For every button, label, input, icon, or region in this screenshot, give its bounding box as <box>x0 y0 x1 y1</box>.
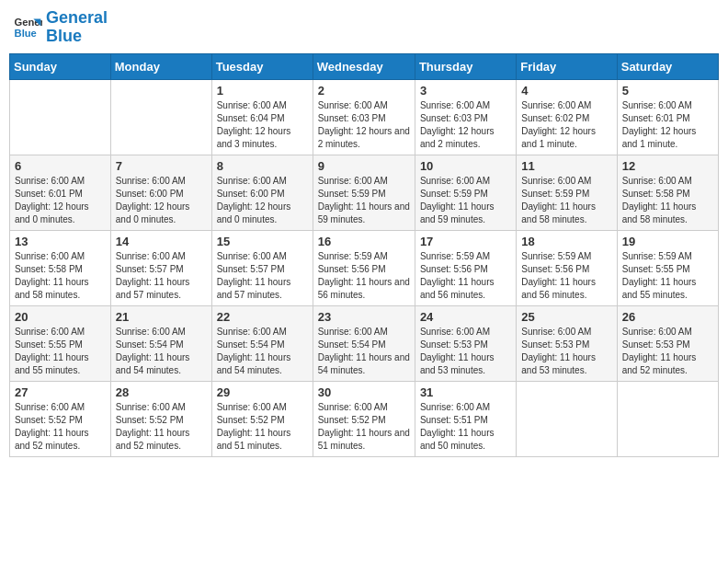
day-info: Sunrise: 6:00 AM Sunset: 5:52 PM Dayligh… <box>217 401 308 453</box>
day-number: 1 <box>217 84 308 98</box>
day-number: 25 <box>521 310 611 324</box>
day-number: 4 <box>521 84 611 98</box>
day-number: 8 <box>217 159 308 173</box>
day-info: Sunrise: 6:00 AM Sunset: 5:57 PM Dayligh… <box>217 250 308 302</box>
day-number: 20 <box>15 310 106 324</box>
calendar-cell: 12Sunrise: 6:00 AM Sunset: 5:58 PM Dayli… <box>617 155 718 230</box>
day-info: Sunrise: 6:00 AM Sunset: 6:00 PM Dayligh… <box>116 175 207 226</box>
day-info: Sunrise: 6:00 AM Sunset: 5:51 PM Dayligh… <box>420 401 511 453</box>
day-info: Sunrise: 6:00 AM Sunset: 6:03 PM Dayligh… <box>420 99 511 151</box>
day-info: Sunrise: 6:00 AM Sunset: 5:54 PM Dayligh… <box>116 326 207 377</box>
weekday-header: Tuesday <box>211 53 313 79</box>
day-info: Sunrise: 6:00 AM Sunset: 5:53 PM Dayligh… <box>521 326 611 377</box>
svg-text:Blue: Blue <box>15 28 37 39</box>
day-number: 28 <box>116 385 207 399</box>
calendar-cell: 30Sunrise: 6:00 AM Sunset: 5:52 PM Dayli… <box>313 381 415 456</box>
calendar-body: 1Sunrise: 6:00 AM Sunset: 6:04 PM Daylig… <box>10 79 719 456</box>
calendar-cell: 16Sunrise: 5:59 AM Sunset: 5:56 PM Dayli… <box>313 230 415 305</box>
calendar-cell: 22Sunrise: 6:00 AM Sunset: 5:54 PM Dayli… <box>211 305 313 381</box>
day-info: Sunrise: 6:00 AM Sunset: 6:03 PM Dayligh… <box>318 99 410 151</box>
calendar-cell: 5Sunrise: 6:00 AM Sunset: 6:01 PM Daylig… <box>617 79 718 155</box>
calendar-week-row: 27Sunrise: 6:00 AM Sunset: 5:52 PM Dayli… <box>10 381 719 456</box>
day-info: Sunrise: 6:00 AM Sunset: 5:57 PM Dayligh… <box>116 250 207 302</box>
weekday-header: Wednesday <box>313 53 415 79</box>
day-number: 30 <box>318 385 410 399</box>
day-number: 23 <box>318 310 410 324</box>
calendar-cell: 17Sunrise: 5:59 AM Sunset: 5:56 PM Dayli… <box>415 230 516 305</box>
logo-icon: General Blue <box>13 13 42 42</box>
calendar-cell: 14Sunrise: 6:00 AM Sunset: 5:57 PM Dayli… <box>110 230 211 305</box>
day-number: 11 <box>521 159 611 173</box>
logo: General Blue General Blue <box>13 9 108 46</box>
calendar-week-row: 6Sunrise: 6:00 AM Sunset: 6:01 PM Daylig… <box>10 155 719 230</box>
day-info: Sunrise: 6:00 AM Sunset: 6:04 PM Dayligh… <box>217 99 308 151</box>
calendar-week-row: 13Sunrise: 6:00 AM Sunset: 5:58 PM Dayli… <box>10 230 719 305</box>
day-info: Sunrise: 6:00 AM Sunset: 6:02 PM Dayligh… <box>521 99 611 151</box>
day-number: 12 <box>622 159 713 173</box>
day-info: Sunrise: 6:00 AM Sunset: 5:59 PM Dayligh… <box>521 175 611 226</box>
day-number: 3 <box>420 84 511 98</box>
calendar-cell: 3Sunrise: 6:00 AM Sunset: 6:03 PM Daylig… <box>415 79 516 155</box>
calendar-cell <box>517 381 617 456</box>
day-number: 29 <box>217 385 308 399</box>
calendar-cell: 21Sunrise: 6:00 AM Sunset: 5:54 PM Dayli… <box>110 305 211 381</box>
day-number: 5 <box>622 84 713 98</box>
calendar-cell: 8Sunrise: 6:00 AM Sunset: 6:00 PM Daylig… <box>211 155 313 230</box>
day-info: Sunrise: 5:59 AM Sunset: 5:56 PM Dayligh… <box>420 250 511 302</box>
calendar-header: SundayMondayTuesdayWednesdayThursdayFrid… <box>10 53 719 79</box>
day-number: 6 <box>15 159 106 173</box>
day-info: Sunrise: 6:00 AM Sunset: 6:00 PM Dayligh… <box>217 175 308 226</box>
calendar-cell: 6Sunrise: 6:00 AM Sunset: 6:01 PM Daylig… <box>10 155 111 230</box>
day-number: 14 <box>116 235 207 248</box>
calendar-table: SundayMondayTuesdayWednesdayThursdayFrid… <box>9 53 719 457</box>
day-info: Sunrise: 6:00 AM Sunset: 5:53 PM Dayligh… <box>420 326 511 377</box>
calendar-cell: 10Sunrise: 6:00 AM Sunset: 5:59 PM Dayli… <box>415 155 516 230</box>
logo-text-line1: General <box>46 9 108 28</box>
day-info: Sunrise: 6:00 AM Sunset: 5:58 PM Dayligh… <box>15 250 106 302</box>
day-number: 9 <box>318 159 410 173</box>
calendar-cell: 15Sunrise: 6:00 AM Sunset: 5:57 PM Dayli… <box>211 230 313 305</box>
day-number: 18 <box>521 235 611 248</box>
calendar-week-row: 20Sunrise: 6:00 AM Sunset: 5:55 PM Dayli… <box>10 305 719 381</box>
day-info: Sunrise: 6:00 AM Sunset: 5:59 PM Dayligh… <box>318 175 410 226</box>
calendar-cell <box>110 79 211 155</box>
day-info: Sunrise: 6:00 AM Sunset: 5:54 PM Dayligh… <box>217 326 308 377</box>
calendar-cell: 20Sunrise: 6:00 AM Sunset: 5:55 PM Dayli… <box>10 305 111 381</box>
calendar-week-row: 1Sunrise: 6:00 AM Sunset: 6:04 PM Daylig… <box>10 79 719 155</box>
calendar-cell: 19Sunrise: 5:59 AM Sunset: 5:55 PM Dayli… <box>617 230 718 305</box>
calendar-cell: 25Sunrise: 6:00 AM Sunset: 5:53 PM Dayli… <box>517 305 617 381</box>
calendar-cell: 26Sunrise: 6:00 AM Sunset: 5:53 PM Dayli… <box>617 305 718 381</box>
day-info: Sunrise: 6:00 AM Sunset: 5:59 PM Dayligh… <box>420 175 511 226</box>
calendar-cell <box>10 79 111 155</box>
calendar-cell: 24Sunrise: 6:00 AM Sunset: 5:53 PM Dayli… <box>415 305 516 381</box>
day-number: 17 <box>420 235 511 248</box>
day-info: Sunrise: 6:00 AM Sunset: 5:58 PM Dayligh… <box>622 175 713 226</box>
day-number: 27 <box>15 385 106 399</box>
day-info: Sunrise: 6:00 AM Sunset: 5:54 PM Dayligh… <box>318 326 410 377</box>
header-row: SundayMondayTuesdayWednesdayThursdayFrid… <box>10 53 719 79</box>
day-info: Sunrise: 6:00 AM Sunset: 6:01 PM Dayligh… <box>15 175 106 226</box>
calendar-cell: 9Sunrise: 6:00 AM Sunset: 5:59 PM Daylig… <box>313 155 415 230</box>
calendar-cell: 1Sunrise: 6:00 AM Sunset: 6:04 PM Daylig… <box>211 79 313 155</box>
day-number: 16 <box>318 235 410 248</box>
day-number: 19 <box>622 235 713 248</box>
calendar-cell: 4Sunrise: 6:00 AM Sunset: 6:02 PM Daylig… <box>517 79 617 155</box>
calendar-cell: 23Sunrise: 6:00 AM Sunset: 5:54 PM Dayli… <box>313 305 415 381</box>
day-number: 2 <box>318 84 410 98</box>
day-number: 24 <box>420 310 511 324</box>
calendar-cell: 28Sunrise: 6:00 AM Sunset: 5:52 PM Dayli… <box>110 381 211 456</box>
weekday-header: Sunday <box>10 53 111 79</box>
day-number: 13 <box>15 235 106 248</box>
day-number: 10 <box>420 159 511 173</box>
day-info: Sunrise: 6:00 AM Sunset: 5:52 PM Dayligh… <box>318 401 410 453</box>
day-info: Sunrise: 6:00 AM Sunset: 5:52 PM Dayligh… <box>15 401 106 453</box>
logo-text-line2: Blue <box>46 28 108 46</box>
day-info: Sunrise: 5:59 AM Sunset: 5:55 PM Dayligh… <box>622 250 713 302</box>
weekday-header: Friday <box>517 53 617 79</box>
calendar-cell: 13Sunrise: 6:00 AM Sunset: 5:58 PM Dayli… <box>10 230 111 305</box>
calendar-cell <box>617 381 718 456</box>
weekday-header: Monday <box>110 53 211 79</box>
page-header: General Blue General Blue <box>9 9 719 46</box>
weekday-header: Thursday <box>415 53 516 79</box>
day-info: Sunrise: 6:00 AM Sunset: 5:52 PM Dayligh… <box>116 401 207 453</box>
